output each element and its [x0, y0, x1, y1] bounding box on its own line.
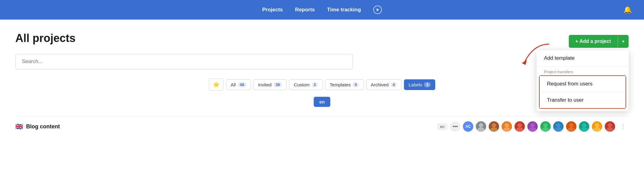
project-row: 🇬🇧 Blog content en ••• AC	[15, 116, 629, 137]
avatar-8	[566, 121, 576, 132]
project-transfers-label: Project transfers	[537, 66, 629, 75]
tab-all[interactable]: All 48	[226, 79, 251, 90]
page-title: All projects	[15, 32, 629, 45]
svg-point-6	[503, 127, 510, 132]
language-en-button[interactable]: en	[314, 97, 330, 107]
add-project-button[interactable]: + Add a project	[569, 35, 618, 48]
tab-invited-badge: 36	[274, 82, 282, 87]
transfers-box: Request from users Transfer to user	[539, 75, 626, 109]
star-filter-button[interactable]: ⭐	[209, 78, 223, 91]
svg-point-22	[606, 127, 614, 132]
top-navigation: Projects Reports Time tracking 🔔	[0, 0, 644, 20]
nav-reports[interactable]: Reports	[295, 7, 315, 13]
add-project-button-wrap: + Add a project ▾	[569, 35, 629, 48]
avatar-4	[514, 121, 525, 132]
svg-point-16	[568, 127, 575, 132]
nav-timetracking[interactable]: Time tracking	[327, 7, 361, 13]
avatar-10	[592, 121, 602, 132]
avatar-7	[553, 121, 564, 132]
svg-point-15	[569, 123, 573, 127]
tab-templates[interactable]: Templates 5	[325, 79, 364, 90]
request-from-users-item[interactable]: Request from users	[540, 76, 626, 92]
tab-custom-label: Custom	[294, 82, 310, 87]
svg-point-5	[505, 123, 509, 127]
svg-point-19	[595, 123, 599, 127]
avatar-ac: AC	[463, 121, 473, 132]
tab-custom[interactable]: Custom 3	[289, 79, 323, 90]
play-icon[interactable]	[373, 6, 382, 14]
search-input[interactable]	[15, 54, 353, 69]
svg-point-12	[542, 127, 549, 132]
transfer-to-user-item[interactable]: Transfer to user	[540, 92, 626, 108]
avatar-2	[489, 121, 499, 132]
avatar-11	[605, 121, 615, 132]
add-template-item[interactable]: Add template	[537, 50, 629, 66]
tab-archived-badge: 4	[390, 82, 397, 87]
tab-labels-label: Labels	[409, 82, 422, 87]
avatar-9	[579, 121, 589, 132]
svg-point-4	[490, 127, 498, 132]
add-project-dropdown-arrow[interactable]: ▾	[618, 35, 629, 48]
tab-archived-label: Archived	[371, 82, 389, 87]
svg-point-20	[593, 127, 601, 132]
svg-point-9	[530, 123, 535, 127]
tab-invited-label: Invited	[258, 82, 271, 87]
avatar-3	[502, 121, 512, 132]
nav-center: Projects Reports Time tracking	[262, 6, 382, 14]
svg-point-3	[492, 123, 496, 127]
project-options-button[interactable]: ⋮	[618, 122, 629, 131]
svg-point-2	[477, 127, 485, 132]
svg-point-10	[529, 127, 536, 132]
tab-invited[interactable]: Invited 36	[253, 79, 287, 90]
project-row-right: en ••• AC	[437, 121, 629, 132]
svg-point-11	[543, 123, 548, 127]
avatar-1	[476, 121, 486, 132]
main-content: All projects + Add a project ▾ Add templ…	[0, 20, 644, 185]
tab-all-badge: 48	[238, 82, 246, 87]
tab-templates-badge: 5	[352, 82, 359, 87]
svg-point-8	[516, 127, 523, 132]
svg-point-17	[582, 123, 586, 127]
tab-all-label: All	[231, 82, 236, 87]
svg-point-7	[518, 123, 522, 127]
dropdown-menu: Add template Project transfers Request f…	[537, 50, 629, 111]
tab-custom-badge: 3	[312, 82, 318, 87]
svg-point-14	[555, 127, 562, 132]
project-more-button[interactable]: •••	[450, 121, 460, 132]
project-lang-tag: en	[437, 123, 448, 130]
svg-marker-0	[522, 60, 527, 65]
svg-point-18	[580, 127, 588, 132]
tab-archived[interactable]: Archived 4	[366, 79, 402, 90]
avatar-5	[527, 121, 538, 132]
svg-point-21	[608, 123, 612, 127]
tab-labels[interactable]: Labels 3	[404, 79, 435, 90]
project-name[interactable]: Blog content	[26, 123, 60, 130]
avatar-6	[540, 121, 551, 132]
svg-point-13	[556, 123, 561, 127]
nav-projects[interactable]: Projects	[262, 7, 283, 13]
tab-templates-label: Templates	[330, 82, 351, 87]
svg-point-1	[479, 123, 483, 127]
tab-labels-badge: 3	[424, 82, 430, 87]
project-flag: 🇬🇧	[15, 123, 23, 130]
bell-icon[interactable]: 🔔	[623, 6, 632, 14]
